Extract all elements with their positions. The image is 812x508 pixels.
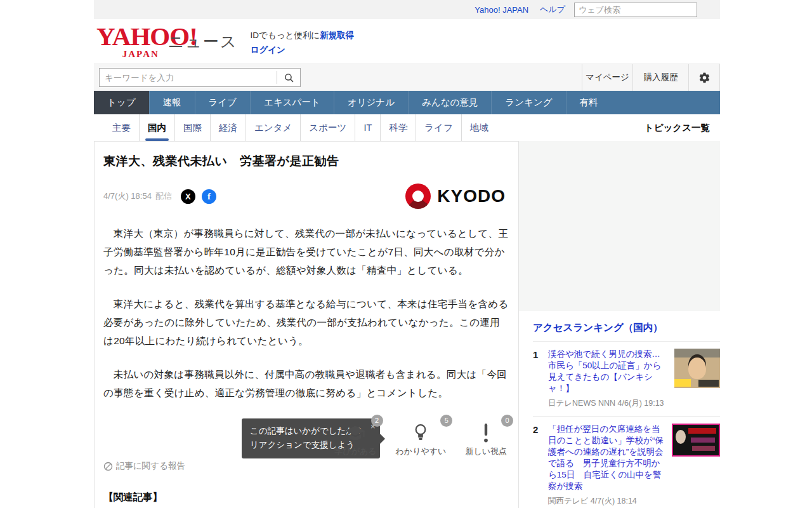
main-content: 東洋大、残業代未払い 労基署が是正勧告 4/7(火) 18:54 配信 X f … xyxy=(94,141,720,508)
reaction-learned-button[interactable]: 2 学びがある xyxy=(334,422,376,457)
id-promo-text: IDでもっと便利に xyxy=(251,30,320,40)
tab-sokuho[interactable]: 速報 xyxy=(149,91,195,114)
search-icon xyxy=(284,72,294,83)
category-region[interactable]: 地域 xyxy=(461,114,497,141)
reaction-count-badge: 0 xyxy=(501,415,513,427)
help-link[interactable]: ヘルプ xyxy=(540,4,565,15)
ranking-item: 2 「担任が翌日の欠席連絡を当日のことと勘違い」学校が“保護者への連絡の遅れ”を… xyxy=(533,417,720,508)
report-article-label: 記事に関する報告 xyxy=(116,460,185,472)
thumbnail-caption-chip xyxy=(692,446,715,451)
keyword-search-box xyxy=(99,68,301,87)
facebook-icon: f xyxy=(207,191,211,202)
tab-original[interactable]: オリジナル xyxy=(334,91,408,114)
article-paragraph: 東洋大によると、残業代を算出する基準となる給与について、本来は住宅手当を含める必… xyxy=(103,295,509,350)
reaction-count-badge: 2 xyxy=(371,415,383,427)
reaction-count-badge: 5 xyxy=(440,415,452,427)
tab-paid[interactable]: 有料 xyxy=(566,91,612,114)
access-ranking: アクセスランキング（国内） 1 渓谷や池で続く男児の捜索…市民ら「50以上の証言… xyxy=(519,311,720,508)
thumbnail-caption-chip xyxy=(674,379,691,387)
category-domestic[interactable]: 国内 xyxy=(139,114,174,141)
ranking-thumbnail[interactable] xyxy=(674,349,720,388)
gear-icon xyxy=(698,72,710,84)
ranking-source: 関西テレビ 4/7(火) 18:14 xyxy=(548,496,666,507)
category-life[interactable]: ライフ xyxy=(416,114,461,141)
thumbnail-figure xyxy=(676,430,686,444)
id-promo: IDでもっと便利に新規取得 ログイン xyxy=(251,29,355,58)
category-world[interactable]: 国際 xyxy=(174,114,210,141)
graduation-cap-icon xyxy=(334,422,376,443)
provider-name: KYODO xyxy=(437,186,506,206)
reaction-label: 学びがある xyxy=(334,446,376,457)
category-science[interactable]: 科学 xyxy=(380,114,416,141)
thumbnail-caption-chip xyxy=(691,438,715,443)
reaction-buttons: 2 学びがある 5 xyxy=(334,422,507,457)
category-sports[interactable]: スポーツ xyxy=(300,114,355,141)
category-nav: 主要 国内 国際 経済 エンタメ スポーツ IT 科学 ライフ 地域 トピックス… xyxy=(94,114,720,141)
article-paragraph: 未払いの対象は事務職員以外に、付属中高の教職員や退職者も含まれる。同大は「今回の… xyxy=(103,365,509,402)
search-button[interactable] xyxy=(277,72,300,83)
reaction-label: 新しい視点 xyxy=(465,446,507,457)
access-ranking-title[interactable]: アクセスランキング（国内） xyxy=(533,318,720,342)
thumbnail-caption-chip xyxy=(698,380,719,387)
share-facebook-button[interactable]: f xyxy=(202,189,216,204)
related-heading: 【関連記事】 xyxy=(103,491,509,504)
page-container: Yahoo! JAPAN ヘルプ YAHOO! JAPAN ニュース IDでもっ… xyxy=(94,0,720,508)
settings-button[interactable] xyxy=(688,64,720,91)
tab-top[interactable]: トップ xyxy=(94,91,149,114)
ranking-link[interactable]: 「担任が翌日の欠席連絡を当日のことと勘違い」学校が“保護者への連絡の遅れ”を説明… xyxy=(548,424,666,492)
keyword-search-input[interactable] xyxy=(100,73,277,83)
x-icon: X xyxy=(185,192,191,201)
main-nav: トップ 速報 ライブ エキスパート オリジナル みんなの意見 ランキング 有料 xyxy=(94,91,720,114)
ranking-thumbnail[interactable] xyxy=(672,424,720,457)
reaction-label: わかりやすい xyxy=(396,446,447,457)
exclamation-icon xyxy=(465,422,507,443)
article-haishin-label: 配信 xyxy=(155,190,172,202)
logo-japan-text: JAPAN xyxy=(122,49,159,60)
rank-number: 1 xyxy=(533,349,542,409)
masthead: YAHOO! JAPAN ニュース IDでもっと便利に新規取得 ログイン xyxy=(94,19,720,64)
signup-link[interactable]: 新規取得 xyxy=(320,30,354,40)
tab-expert[interactable]: エキスパート xyxy=(250,91,334,114)
related-link[interactable]: 札幌・ファイバーゲート、再エネ関連会社を子会社化 取得費用2億7900万円 xyxy=(103,504,509,508)
category-it[interactable]: IT xyxy=(355,114,380,141)
purchase-history-button[interactable]: 購入履歴 xyxy=(632,64,688,91)
search-row: マイページ 購入履歴 xyxy=(94,64,720,91)
thumbnail-caption-chip xyxy=(688,428,716,434)
share-x-button[interactable]: X xyxy=(181,189,195,204)
login-link[interactable]: ログイン xyxy=(251,45,285,55)
topics-list-link[interactable]: トピックス一覧 xyxy=(645,122,710,134)
logo-service-name: ニュース xyxy=(168,31,238,52)
article-paragraph: 東洋大（東京）が事務職員らに対して、残業代の一部が未払いになっているとして、王子… xyxy=(103,224,509,279)
thumbnail-figure xyxy=(688,358,706,379)
article-title: 東洋大、残業代未払い 労基署が是正勧告 xyxy=(103,153,509,170)
provider-logo[interactable]: KYODO xyxy=(405,184,506,209)
engagement-section: × この記事はいかがでしたか？ リアクションで支援しよう 2 学びがある xyxy=(103,411,509,477)
article-date: 4/7(火) 18:54 xyxy=(103,190,152,202)
ranking-item: 1 渓谷や池で続く男児の捜索…市民ら「50以上の証言」から見えてきたもの【バンキ… xyxy=(533,342,720,417)
reaction-new-view-button[interactable]: 0 新しい視点 xyxy=(465,422,507,457)
article-meta: 4/7(火) 18:54 配信 X f KYODO xyxy=(103,184,509,209)
share-buttons: X f xyxy=(181,189,216,204)
ranking-link[interactable]: 渓谷や池で続く男児の捜索…市民ら「50以上の証言」から見えてきたもの【バンキシャ… xyxy=(548,349,669,394)
right-sidebar: アクセスランキング（国内） 1 渓谷や池で続く男児の捜索…市民ら「50以上の証言… xyxy=(519,141,720,508)
lightbulb-icon xyxy=(396,422,447,443)
mypage-button[interactable]: マイページ xyxy=(582,64,632,91)
report-article-link[interactable]: 記事に関する報告 xyxy=(103,460,185,472)
related-articles: 【関連記事】 札幌・ファイバーゲート、再エネ関連会社を子会社化 取得費用2億79… xyxy=(103,491,509,508)
category-main[interactable]: 主要 xyxy=(104,114,139,141)
article-card: 東洋大、残業代未払い 労基署が是正勧告 4/7(火) 18:54 配信 X f … xyxy=(94,141,519,508)
yahoo-japan-link[interactable]: Yahoo! JAPAN xyxy=(475,5,528,15)
tab-live[interactable]: ライブ xyxy=(195,91,251,114)
top-bar: Yahoo! JAPAN ヘルプ xyxy=(94,0,720,19)
article-body: 東洋大（東京）が事務職員らに対して、残業代の一部が未払いになっているとして、王子… xyxy=(103,224,509,402)
ranking-source: 日テレNEWS NNN 4/6(月) 19:13 xyxy=(548,398,669,409)
category-economy[interactable]: 経済 xyxy=(210,114,246,141)
tab-ranking[interactable]: ランキング xyxy=(491,91,565,114)
web-search-input[interactable] xyxy=(574,3,697,17)
kyodo-ring-icon xyxy=(405,184,431,209)
category-entertainment[interactable]: エンタメ xyxy=(246,114,300,141)
reaction-clear-button[interactable]: 5 わかりやすい xyxy=(396,422,447,457)
ad-slot xyxy=(519,141,720,311)
tab-opinions[interactable]: みんなの意見 xyxy=(408,91,491,114)
yahoo-news-logo[interactable]: YAHOO! JAPAN ニュース xyxy=(96,23,238,60)
